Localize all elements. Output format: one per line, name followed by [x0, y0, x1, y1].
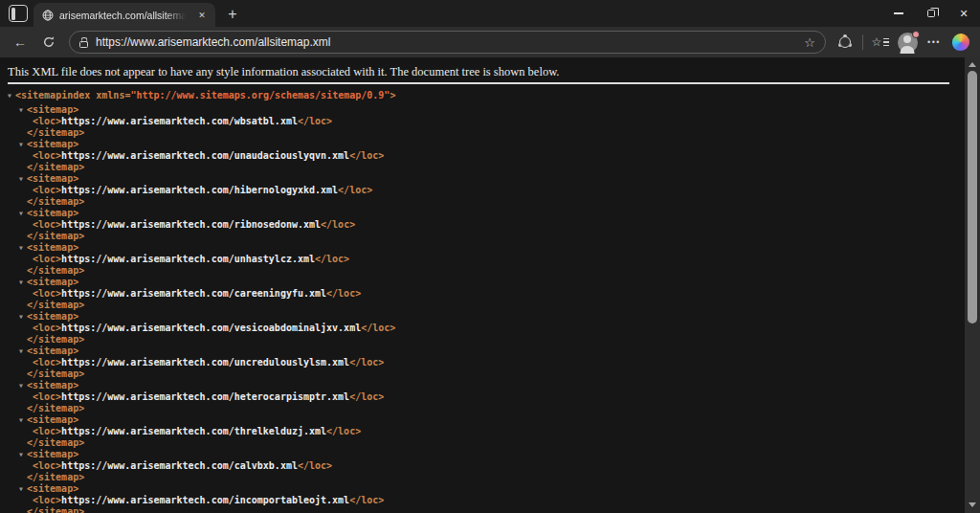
loc-open-tag: <loc>: [33, 495, 61, 505]
sitemap-close-tag: </sitemap>: [27, 231, 84, 241]
xml-line: ▼<sitemap>: [0, 104, 980, 116]
xml-line: </sitemap>: [0, 162, 980, 173]
collapse-arrow-icon[interactable]: ▼: [19, 139, 27, 150]
xml-line: </sitemap>: [0, 231, 980, 242]
tab-close-button[interactable]: ✕: [194, 8, 210, 23]
xmlns-value: "http://www.sitemaps.org/schemas/sitemap…: [130, 90, 390, 100]
xml-line: ▼<sitemap>: [0, 414, 980, 426]
collapse-arrow-icon[interactable]: ▼: [8, 90, 15, 101]
minimize-icon: [894, 12, 903, 14]
loc-open-tag: <loc>: [33, 254, 61, 264]
collapse-arrow-icon[interactable]: ▼: [19, 242, 27, 254]
sitemap-open-tag: <sitemap>: [27, 277, 78, 287]
xml-line: ▼<sitemap>: [0, 346, 980, 357]
bookmark-star-icon[interactable]: ☆: [804, 35, 815, 50]
xml-line: </sitemap>: [0, 403, 980, 414]
loc-close-tag: </loc>: [361, 323, 395, 333]
xml-line: <loc>https://www.arisemarktech.com/caree…: [0, 288, 980, 300]
loc-open-tag: <loc>: [33, 357, 61, 368]
restore-button[interactable]: [915, 0, 947, 27]
sitemap-url: https://www.arisemarktech.com/heterocarp…: [61, 391, 349, 402]
lock-icon[interactable]: [79, 41, 88, 48]
sitemap-open-tag: <sitemap>: [27, 104, 78, 115]
favorites-button[interactable]: ☆: [869, 30, 892, 55]
new-tab-button[interactable]: +: [221, 3, 244, 26]
address-bar[interactable]: https://www.arisemarktech.com/allsitemap…: [69, 31, 826, 54]
window-controls: ✕: [882, 0, 980, 27]
loc-open-tag: <loc>: [33, 116, 61, 126]
loc-close-tag: </loc>: [349, 150, 384, 161]
loc-open-tag: <loc>: [33, 150, 61, 161]
navigation-toolbar: ← https://www.arisemarktech.com/allsitem…: [0, 27, 980, 57]
loc-open-tag: <loc>: [33, 460, 61, 471]
collapse-arrow-icon[interactable]: ▼: [19, 208, 27, 219]
sitemap-open-tag: <sitemap>: [27, 449, 78, 459]
refresh-icon: [42, 35, 56, 49]
sitemap-close-tag: </sitemap>: [27, 403, 84, 413]
scroll-down-icon: [969, 502, 976, 507]
restore-icon: [927, 10, 935, 17]
xml-line: <loc>https://www.arisemarktech.com/ribno…: [0, 219, 980, 231]
sitemap-open-tag: <sitemap>: [27, 311, 78, 322]
loc-open-tag: <loc>: [33, 426, 61, 436]
scrollbar-thumb[interactable]: [968, 71, 977, 323]
collapse-arrow-icon[interactable]: ▼: [19, 449, 27, 460]
sitemap-open-tag: <sitemap>: [27, 208, 78, 218]
xml-line: <loc>https://www.arisemarktech.com/threl…: [0, 426, 980, 437]
profile-button[interactable]: [896, 30, 919, 55]
root-tag-end: >: [390, 90, 395, 100]
sitemap-close-tag: </sitemap>: [27, 334, 84, 345]
close-window-button[interactable]: ✕: [947, 0, 980, 27]
globe-favicon-icon: [42, 10, 54, 21]
sitemap-url: https://www.arisemarktech.com/ribnosedon…: [61, 219, 321, 230]
collapse-arrow-icon[interactable]: ▼: [19, 277, 27, 288]
notification-dot: [912, 31, 920, 38]
collapse-arrow-icon[interactable]: ▼: [19, 311, 27, 323]
back-button[interactable]: ←: [8, 30, 33, 55]
loc-close-tag: </loc>: [349, 391, 384, 402]
minimize-button[interactable]: [882, 0, 915, 27]
xml-line: <loc>https://www.arisemarktech.com/wbsat…: [0, 116, 980, 127]
xml-line: </sitemap>: [0, 196, 980, 208]
scroll-down-button[interactable]: [965, 498, 980, 511]
collapse-arrow-icon[interactable]: ▼: [19, 483, 27, 495]
tab-title: arisemarktech.com/allsitemap.xml: [59, 10, 189, 21]
xml-line: ▼<sitemap>: [0, 277, 980, 288]
refresh-button[interactable]: [36, 30, 61, 55]
extensions-button[interactable]: [834, 30, 857, 55]
scroll-up-icon: [969, 62, 976, 67]
browser-tab[interactable]: arisemarktech.com/allsitemap.xml ✕: [33, 3, 215, 27]
scroll-up-button[interactable]: [965, 57, 980, 71]
tab-actions-menu-button[interactable]: [9, 5, 28, 22]
loc-open-tag: <loc>: [33, 323, 61, 333]
favorites-icon: ☆: [872, 35, 890, 49]
xml-line: </sitemap>: [0, 368, 980, 380]
xml-line: ▼<sitemap>: [0, 380, 980, 391]
sitemap-close-tag: </sitemap>: [27, 368, 84, 379]
sitemap-close-tag: </sitemap>: [27, 127, 84, 138]
xml-line: <loc>https://www.arisemarktech.com/heter…: [0, 391, 980, 403]
sitemap-open-tag: <sitemap>: [27, 242, 78, 253]
sitemap-url: https://www.arisemarktech.com/careeningy…: [61, 288, 326, 299]
collapse-arrow-icon[interactable]: ▼: [19, 173, 27, 185]
sitemap-open-tag: <sitemap>: [27, 414, 78, 425]
url-input[interactable]: https://www.arisemarktech.com/allsitemap…: [96, 35, 796, 49]
xml-line: ▼<sitemap>: [0, 208, 980, 219]
collapse-arrow-icon[interactable]: ▼: [19, 414, 27, 426]
xml-line: ▼<sitemap>: [0, 311, 980, 323]
xml-line: ▼<sitemap>: [0, 483, 980, 495]
xml-line: ▼<sitemap>: [0, 173, 980, 185]
sitemap-url: https://www.arisemarktech.com/unhastylcz…: [61, 254, 315, 264]
xml-line: </sitemap>: [0, 437, 980, 449]
vertical-scrollbar[interactable]: [965, 57, 980, 513]
collapse-arrow-icon[interactable]: ▼: [19, 104, 27, 116]
notice-divider: [8, 82, 949, 84]
root-tag: <sitemapindex: [15, 90, 90, 100]
copilot-button[interactable]: [949, 30, 972, 55]
settings-menu-button[interactable]: •••: [923, 30, 946, 55]
xml-line: </sitemap>: [0, 127, 980, 139]
loc-close-tag: </loc>: [298, 116, 332, 126]
loc-open-tag: <loc>: [33, 288, 61, 299]
collapse-arrow-icon[interactable]: ▼: [19, 380, 27, 391]
collapse-arrow-icon[interactable]: ▼: [19, 346, 27, 357]
